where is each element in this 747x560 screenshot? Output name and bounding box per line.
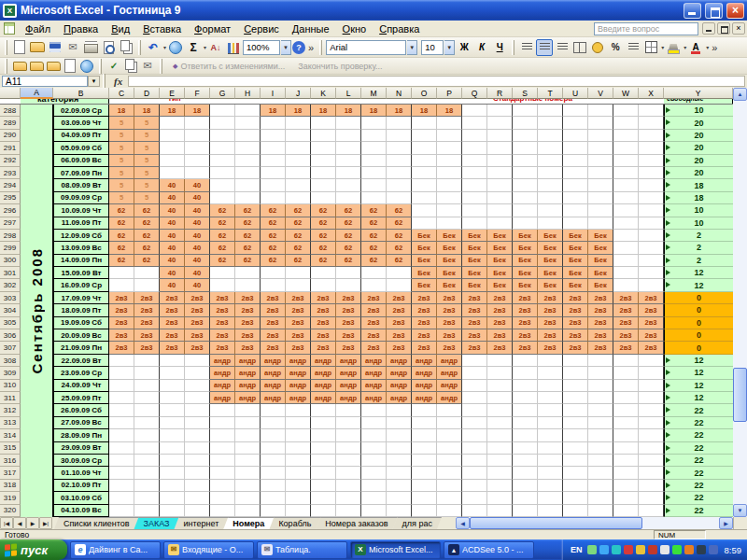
cell[interactable] (160, 367, 185, 379)
row-header[interactable]: 298 (0, 230, 21, 242)
print-preview-icon[interactable] (100, 39, 117, 56)
cell[interactable] (462, 455, 487, 467)
cell[interactable] (412, 204, 437, 217)
cell[interactable] (387, 480, 412, 492)
cell[interactable] (487, 467, 513, 479)
network-icon[interactable] (709, 545, 718, 554)
free-rooms-cell[interactable]: 20 (664, 117, 733, 129)
cell[interactable]: 2в3 (261, 317, 286, 329)
cell[interactable] (487, 155, 513, 167)
free-rooms-cell[interactable]: 12 (664, 380, 733, 392)
cell[interactable] (462, 404, 487, 416)
cell[interactable] (109, 429, 134, 441)
sheet-tab[interactable]: Списки клиентов (54, 517, 138, 529)
cell[interactable] (311, 130, 336, 142)
cell[interactable] (639, 117, 664, 129)
cell[interactable] (462, 130, 487, 142)
cell[interactable]: Бек (513, 255, 538, 267)
messenger-icon[interactable] (672, 545, 682, 554)
cell[interactable]: 62 (286, 217, 311, 230)
cell[interactable] (286, 267, 311, 279)
cell[interactable] (210, 492, 235, 504)
currency-icon[interactable] (589, 39, 606, 56)
date-cell[interactable]: 09.09.09 Ср (53, 192, 109, 204)
cell[interactable]: 2в3 (109, 317, 134, 329)
workbook-minimize-button[interactable] (702, 22, 715, 35)
row-header[interactable]: 291 (0, 142, 21, 154)
reply-with-changes-button[interactable]: ◆Ответить с изменениями... (167, 62, 290, 71)
cell[interactable]: 62 (134, 217, 160, 230)
cell[interactable]: 62 (235, 242, 261, 254)
cell[interactable]: 2в3 (361, 329, 387, 342)
cell[interactable] (235, 105, 261, 117)
cell[interactable]: 62 (336, 255, 361, 267)
cell[interactable]: андр (361, 367, 387, 379)
cell[interactable] (361, 442, 387, 455)
cell[interactable] (487, 380, 513, 392)
cell[interactable]: 40 (160, 179, 185, 191)
cell[interactable] (235, 167, 261, 179)
row-header[interactable]: 301 (0, 267, 21, 279)
dark-app-icon[interactable] (697, 545, 706, 554)
cell[interactable] (311, 192, 336, 204)
cell[interactable] (613, 467, 639, 479)
column-header[interactable]: I (261, 88, 286, 99)
cell[interactable]: 2в3 (109, 304, 134, 316)
cell[interactable]: Бек (412, 242, 437, 254)
cell[interactable] (538, 217, 563, 230)
free-rooms-cell[interactable]: 0 (664, 304, 733, 316)
cell[interactable] (538, 492, 563, 504)
cell[interactable]: 62 (235, 204, 261, 217)
cell[interactable]: 2в3 (487, 317, 513, 329)
accept-changes-icon[interactable]: ✓ (106, 59, 121, 73)
fill-color-icon[interactable] (665, 39, 682, 56)
cell[interactable] (185, 442, 210, 455)
cell[interactable] (513, 492, 538, 504)
cell[interactable]: 2в3 (513, 317, 538, 329)
row-header[interactable]: 314 (0, 429, 21, 441)
cell[interactable] (286, 480, 311, 492)
cell[interactable] (185, 355, 210, 367)
cell[interactable] (109, 442, 134, 455)
cell[interactable] (160, 155, 185, 167)
cell[interactable]: 5 (109, 155, 134, 167)
row-header[interactable]: 313 (0, 417, 21, 429)
cell[interactable]: Бек (462, 230, 487, 242)
cell[interactable] (538, 179, 563, 191)
cell[interactable] (387, 505, 412, 517)
cell[interactable] (336, 404, 361, 416)
cell[interactable] (387, 155, 412, 167)
cell[interactable] (513, 380, 538, 392)
cell[interactable] (513, 355, 538, 367)
cell[interactable] (235, 267, 261, 279)
date-cell[interactable]: 30.09.09 Ср (53, 455, 109, 467)
cell[interactable] (462, 105, 487, 117)
cell[interactable]: 40 (160, 230, 185, 242)
column-header[interactable]: M (361, 88, 387, 99)
cell[interactable]: 2в3 (487, 342, 513, 354)
cell[interactable]: 2в3 (437, 304, 462, 316)
cell[interactable]: 5 (109, 142, 134, 154)
row-header[interactable]: 311 (0, 392, 21, 404)
borders-dropdown-icon[interactable]: ▾ (661, 44, 664, 50)
cell[interactable]: 18 (261, 105, 286, 117)
free-rooms-cell[interactable]: 2 (664, 242, 733, 254)
row-header[interactable]: 320 (0, 505, 21, 517)
free-rooms-cell[interactable]: 12 (664, 267, 733, 279)
date-cell[interactable]: 02.10.09 Пт (53, 480, 109, 492)
cell[interactable]: 2в3 (235, 304, 261, 316)
cell[interactable] (538, 130, 563, 142)
horizontal-scrollbar[interactable]: ◀ ▶ (456, 517, 733, 529)
cell[interactable]: андр (336, 355, 361, 367)
cell[interactable] (538, 429, 563, 441)
borders-icon[interactable] (642, 39, 659, 56)
cell[interactable]: 2в3 (563, 329, 588, 342)
open-folder-icon[interactable] (12, 59, 27, 73)
cell[interactable] (588, 130, 613, 142)
row-header[interactable]: 308 (0, 355, 21, 367)
close-button[interactable]: × (726, 3, 744, 19)
cell[interactable] (361, 167, 387, 179)
cell[interactable]: Бек (412, 267, 437, 279)
cell[interactable]: андр (286, 380, 311, 392)
cell[interactable]: 2в3 (437, 342, 462, 354)
